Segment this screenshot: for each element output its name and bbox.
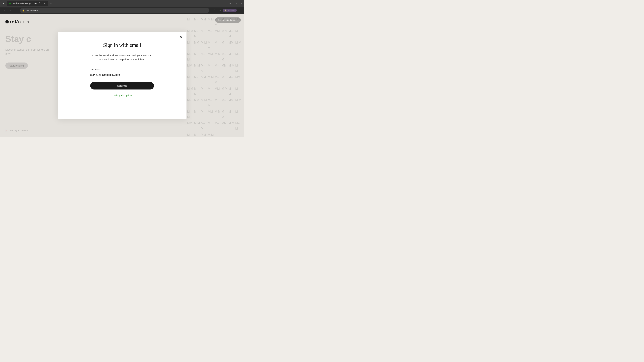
lock-icon: 🔒	[22, 9, 24, 11]
tab-favicon	[9, 2, 12, 5]
incognito-icon: 🕵	[224, 9, 227, 11]
refresh-button[interactable]: ↻	[14, 8, 19, 13]
tab-switcher-button[interactable]: ▼	[1, 1, 6, 6]
window-controls: ─ □ ✕	[229, 2, 243, 5]
address-bar: ← → ↻ 🔒 medium.com ☆ ⧉ 🕵 Incognito ⋮	[0, 7, 244, 14]
close-icon: ✕	[180, 35, 183, 39]
active-tab[interactable]: Medium – Where good ideas fi... ✕	[7, 1, 48, 6]
page-background: Medium Stay c Discover stories, thin fro…	[0, 14, 244, 137]
tab-title: Medium – Where good ideas fi...	[13, 2, 42, 4]
email-input-wrapper	[90, 72, 154, 78]
continue-button[interactable]: Continue	[90, 82, 154, 89]
tab-close-button[interactable]: ✕	[43, 2, 46, 5]
email-label: Your email	[90, 68, 154, 71]
minimize-button[interactable]: ─	[229, 2, 232, 5]
modal-title: Sign in with email	[103, 42, 141, 48]
email-input[interactable]	[90, 72, 154, 78]
tab-bar: ▼ Medium – Where good ideas fi... ✕ + ─ …	[0, 0, 244, 7]
bookmark-button[interactable]: ☆	[212, 8, 217, 13]
menu-button[interactable]: ⋮	[238, 8, 242, 13]
close-window-button[interactable]: ✕	[240, 2, 243, 5]
restore-button[interactable]: □	[234, 2, 238, 5]
modal-overlay: ✕ Sign in with email Enter the email add…	[0, 14, 244, 137]
browser-actions: ☆ ⧉ 🕵 Incognito ⋮	[212, 8, 242, 13]
url-bar[interactable]: 🔒 medium.com	[20, 8, 209, 13]
sidebar-button[interactable]: ⧉	[217, 8, 222, 13]
browser-chrome: ▼ Medium – Where good ideas fi... ✕ + ─ …	[0, 0, 244, 14]
all-sign-in-options-link[interactable]: < All sign in options	[112, 94, 132, 97]
modal-description: Enter the email address associated with …	[90, 53, 154, 61]
all-sign-in-label: All sign in options	[114, 94, 132, 97]
incognito-badge: 🕵 Incognito	[223, 9, 237, 12]
chevron-left-icon: <	[112, 94, 113, 97]
sign-in-modal: ✕ Sign in with email Enter the email add…	[58, 32, 186, 119]
forward-button[interactable]: →	[8, 8, 13, 13]
incognito-label: Incognito	[228, 9, 235, 11]
medium-favicon	[9, 3, 11, 4]
modal-close-button[interactable]: ✕	[178, 34, 184, 40]
url-text: medium.com	[26, 9, 207, 12]
back-button[interactable]: ←	[2, 8, 7, 13]
new-tab-button[interactable]: +	[48, 1, 53, 6]
